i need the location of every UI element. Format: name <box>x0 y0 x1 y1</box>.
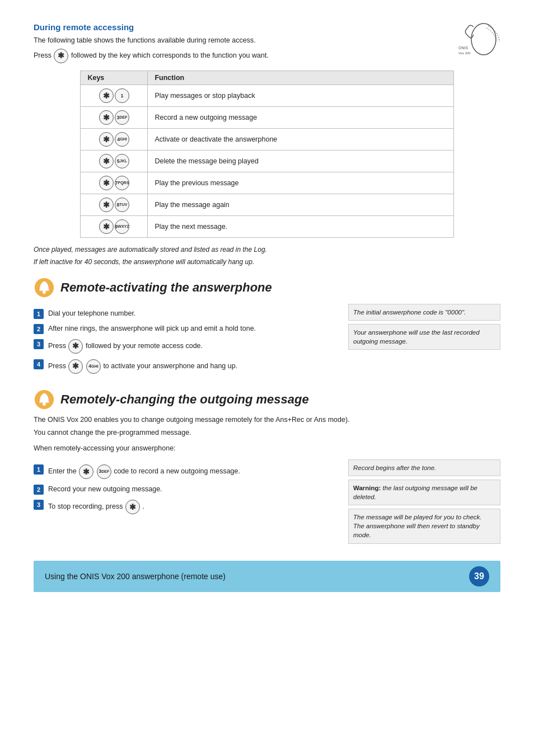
section3-side: Record begins after the tone. Warning: t… <box>348 459 500 544</box>
star-btn-s3-3: ✱ <box>125 500 140 514</box>
side-note-s2-2: Your answerphone will use the last recor… <box>348 324 500 350</box>
section2-steps: 1 Dial your telephone number. 2 After ni… <box>34 308 338 374</box>
note1: Once played, messages are automatically … <box>34 245 500 255</box>
step-num-s3-1: 1 <box>34 464 44 475</box>
num-icon: 8TUV <box>115 198 129 212</box>
step-s2-2: 2 After nine rings, the answerphone will… <box>34 323 338 334</box>
section2-heading-text: Remote-activating the answerphone <box>60 280 272 295</box>
step-text-2: After nine rings, the answerphone will p… <box>48 323 338 334</box>
section3-heading-area: Remotely-changing the outgoing message <box>34 389 500 410</box>
num-icon: 5JKL <box>115 154 129 168</box>
step-s3-3: 3 To stop recording, press ✱ . <box>34 499 338 515</box>
step-text-1: Dial your telephone number. <box>48 308 338 319</box>
step-num-1: 1 <box>34 309 44 319</box>
step-text-s3-1: Enter the ✱ 3DEF code to record a new ou… <box>48 464 338 480</box>
num-icon: 4GHI <box>115 132 129 147</box>
svg-point-0 <box>471 24 496 55</box>
section1-title: During remote accessing <box>34 22 500 32</box>
star-icon: ✱ <box>99 132 114 147</box>
side-note-s3-3: The message will be played for you to ch… <box>348 509 500 543</box>
num-icon: 1 <box>115 88 129 103</box>
star-icon: ✱ <box>99 198 114 212</box>
section3-intro1: The ONIS Vox 200 enables you to change o… <box>34 415 500 425</box>
section3-heading-text: Remotely-changing the outgoing message <box>60 392 309 407</box>
num3-btn-s3-1b: 3DEF <box>97 464 111 479</box>
num-icon: 3DEF <box>115 110 129 125</box>
table-cell-function: Play the next message. <box>148 215 453 237</box>
step-s2-3: 3 Press ✱ followed by your remote access… <box>34 339 338 354</box>
star-icon: ✱ <box>99 154 114 168</box>
num-icon: 7PQRS <box>115 176 129 190</box>
section3-intro2: You cannot change the pre-programmed mes… <box>34 428 500 438</box>
svg-text:Vox 200: Vox 200 <box>458 51 471 55</box>
step-s3-2: 2 Record your new outgoing message. <box>34 484 338 495</box>
step-text-3: Press ✱ followed by your remote access c… <box>48 339 338 354</box>
star-btn-s3: ✱ <box>68 339 83 354</box>
table-cell-function: Play the previous message <box>148 172 453 194</box>
section2-heading-area: Remote-activating the answerphone <box>34 277 500 298</box>
star-button-icon: ✱ <box>54 49 68 63</box>
section3-main: 1 Enter the ✱ 3DEF code to record a new … <box>34 459 338 544</box>
table-cell-keys: ✱5JKL <box>81 150 148 172</box>
num4-btn-s4b: 4GHI <box>86 359 101 374</box>
step-num-2: 2 <box>34 324 44 334</box>
step-num-s3-3: 3 <box>34 500 44 510</box>
table-cell-keys: ✱8TUV <box>81 194 148 215</box>
step-num-4: 4 <box>34 359 44 369</box>
step-s2-1: 1 Dial your telephone number. <box>34 308 338 319</box>
table-cell-function: Play the message again <box>148 194 453 215</box>
logo-area: ONIS Vox 200 <box>456 22 500 58</box>
step-num-3: 3 <box>34 339 44 349</box>
footer-bar: Using the ONIS Vox 200 answerphone (remo… <box>34 561 500 592</box>
step-text-4: Press ✱ 4GHI to activate your answerphon… <box>48 359 338 374</box>
star-icon: ✱ <box>99 110 114 125</box>
table-cell-function: Delete the message being played <box>148 150 453 172</box>
table-cell-keys: ✱3DEF <box>81 106 148 128</box>
section3-intro3: When remotely-accessing your answerphone… <box>34 443 500 454</box>
intro-text-2b: followed by the key which corresponds to… <box>71 51 269 59</box>
step-text-s3-3: To stop recording, press ✱ . <box>48 499 338 515</box>
side-note-s3-1: Record begins after the tone. <box>348 459 500 476</box>
num-icon: 9WXYZ <box>115 219 129 234</box>
svg-point-5 <box>43 292 46 294</box>
intro-text-2: Press ✱ followed by the key which corres… <box>34 48 500 64</box>
note2: If left inactive for 40 seconds, the ans… <box>34 257 500 267</box>
section2-side: The initial answerphone code is "0000". … <box>348 304 500 379</box>
bell-icon-2 <box>34 277 55 298</box>
table-cell-function: Record a new outgoing message <box>148 106 453 128</box>
step-s2-4: 4 Press ✱ 4GHI to activate your answerph… <box>34 359 338 374</box>
step-text-s3-2: Record your new outgoing message. <box>48 484 338 495</box>
star-icon: ✱ <box>99 88 114 103</box>
press-label: Press <box>34 51 51 59</box>
side-note-s2-1: The initial answerphone code is "0000". <box>348 304 500 321</box>
section3-steps: 1 Enter the ✱ 3DEF code to record a new … <box>34 464 338 515</box>
star-icon: ✱ <box>99 176 114 190</box>
table-col-function: Function <box>148 71 453 84</box>
page-number: 39 <box>469 566 489 586</box>
table-cell-function: Play messages or stop playback <box>148 84 453 106</box>
svg-text:ONIS: ONIS <box>458 46 468 50</box>
svg-point-8 <box>43 404 46 406</box>
star-btn-s3-1a: ✱ <box>79 464 93 479</box>
star-icon: ✱ <box>99 219 114 234</box>
logo-icon: ONIS Vox 200 <box>456 22 500 56</box>
intro-text-1: The following table shows the functions … <box>34 35 500 46</box>
table-col-keys: Keys <box>81 71 148 84</box>
table-cell-keys: ✱4GHI <box>81 128 148 150</box>
section3-content: 1 Enter the ✱ 3DEF code to record a new … <box>34 459 500 544</box>
bell-icon-3 <box>34 389 55 410</box>
table-cell-keys: ✱9WXYZ <box>81 215 148 237</box>
step-s3-1: 1 Enter the ✱ 3DEF code to record a new … <box>34 464 338 480</box>
table-cell-keys: ✱7PQRS <box>81 172 148 194</box>
step-num-s3-2: 2 <box>34 485 44 495</box>
side-note-s3-2: Warning: the last outgoing message will … <box>348 480 500 505</box>
footer-text: Using the ONIS Vox 200 answerphone (remo… <box>45 572 226 581</box>
section2-main: 1 Dial your telephone number. 2 After ni… <box>34 304 338 379</box>
section2-content: 1 Dial your telephone number. 2 After ni… <box>34 304 500 379</box>
table-cell-function: Activate or deactivate the answerphone <box>148 128 453 150</box>
keys-table: Keys Function ✱1Play messages or stop pl… <box>80 71 453 238</box>
star-btn-s4a: ✱ <box>68 359 83 374</box>
table-cell-keys: ✱1 <box>81 84 148 106</box>
